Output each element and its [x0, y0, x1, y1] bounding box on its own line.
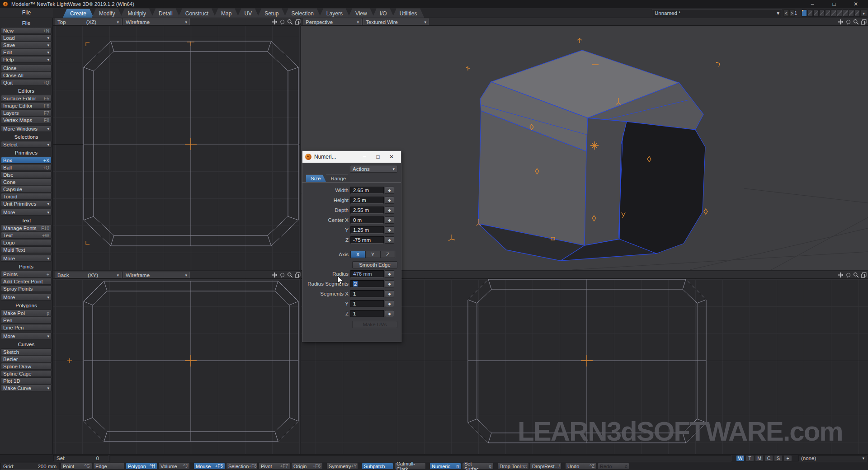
sidebar-item-logo[interactable]: Logo	[1, 239, 52, 246]
pan-icon[interactable]	[271, 272, 278, 278]
sidebar-item-surface-editor[interactable]: Surface EditorF5	[1, 95, 52, 102]
input-y[interactable]: 1.25 m	[350, 226, 384, 234]
vmap-button-t[interactable]: T	[745, 455, 754, 461]
layer-box-8[interactable]	[843, 9, 848, 17]
input-y[interactable]: 1	[350, 300, 384, 307]
mode-button-subpatch[interactable]: Subpatch	[362, 463, 393, 470]
sidebar-item-text[interactable]: Text+W	[1, 232, 52, 239]
expand-icon[interactable]	[860, 272, 867, 278]
menu-tab-setup[interactable]: Setup	[257, 9, 286, 18]
sidebar-item-points[interactable]: Points+	[1, 271, 52, 277]
mode-button-point[interactable]: Point^G	[61, 463, 92, 470]
sidebar-item-manage-fonts[interactable]: Manage FontsF10	[1, 225, 52, 231]
input-z[interactable]: -75 mm	[350, 236, 384, 244]
sidebar-item-more[interactable]: More▾	[1, 255, 52, 262]
sidebar-item-unit-primitives[interactable]: Unit Primitives▾	[1, 200, 52, 207]
sidebar-item-new[interactable]: New+N	[1, 27, 52, 34]
input-width[interactable]: 2.65 m	[350, 187, 384, 194]
layer-box-9[interactable]	[849, 9, 854, 17]
input-depth[interactable]: 2.55 m	[350, 207, 384, 214]
sidebar-item-more[interactable]: More▾	[1, 209, 52, 216]
vmap-button-s[interactable]: S	[774, 455, 783, 461]
sidebar-item-make-pol[interactable]: Make Polp	[1, 310, 52, 316]
axis-button-y[interactable]: Y	[365, 251, 380, 258]
input-radius[interactable]: 476 mm	[350, 270, 384, 277]
mode-button-redo[interactable]: Redoz	[598, 463, 629, 470]
sidebar-item-vertex-maps[interactable]: Vertex MapsF8	[1, 117, 52, 123]
input-height[interactable]: 2.5 m	[350, 197, 384, 204]
expand-icon[interactable]	[294, 19, 301, 25]
sidebar-item-spline-draw[interactable]: Spline Draw	[1, 363, 52, 370]
input-radius-segments[interactable]: 2	[350, 280, 384, 287]
mini-slider[interactable]: ◆	[385, 207, 394, 214]
mode-button-drop-tool[interactable]: Drop Toolret	[497, 463, 529, 470]
sidebar-item-line-pen[interactable]: Line Pen	[1, 324, 52, 331]
layer-box-2[interactable]	[807, 9, 813, 17]
vmap-button-m[interactable]: M	[755, 455, 764, 461]
zoom-icon[interactable]	[287, 19, 293, 25]
menu-tab-modify[interactable]: Modify	[92, 9, 122, 18]
mini-slider[interactable]: ◆	[385, 226, 394, 234]
layer-box-10[interactable]	[854, 9, 860, 17]
rotate-icon[interactable]	[845, 272, 852, 278]
sidebar-item-make-curve[interactable]: Make Curve▾	[1, 385, 52, 391]
sidebar-item-more[interactable]: More▾	[1, 294, 52, 301]
expand-icon[interactable]	[294, 272, 301, 278]
pan-icon[interactable]	[271, 19, 278, 25]
sidebar-item-box[interactable]: Box+X	[1, 157, 52, 164]
mode-button-polygon[interactable]: Polygon^H	[126, 463, 157, 470]
menu-tab-create[interactable]: Create	[63, 9, 94, 18]
sidebar-item-bezier[interactable]: Bezier	[1, 356, 52, 362]
mini-slider[interactable]: ◆	[385, 300, 394, 307]
make-uvs-button[interactable]: Make UVs	[352, 321, 397, 328]
zoom-icon[interactable]	[287, 272, 293, 278]
mini-slider[interactable]: ◆	[385, 187, 394, 194]
numeric-title-bar[interactable]: Numeri... – □ ✕	[302, 151, 401, 163]
mini-slider[interactable]: ◆	[385, 236, 394, 244]
pan-icon[interactable]	[837, 272, 844, 278]
mini-slider[interactable]: ◆	[385, 270, 394, 277]
vmap-button-[interactable]: +	[783, 455, 792, 461]
viewport-top-view-dropdown[interactable]: Top (XZ) ▾	[55, 19, 122, 25]
menu-tab-map[interactable]: Map	[214, 9, 239, 18]
menu-tab-selection[interactable]: Selection	[284, 9, 321, 18]
smooth-edge-button[interactable]: Smooth Edge	[352, 261, 397, 268]
tab-range[interactable]: Range	[326, 174, 351, 182]
sidebar-item-close[interactable]: Close	[1, 65, 52, 71]
menu-tab-utilities[interactable]: Utilities	[392, 9, 425, 18]
sidebar-item-add-center-point[interactable]: Add Center Point	[1, 278, 52, 285]
pan-icon[interactable]	[837, 19, 844, 25]
mini-slider[interactable]: ◆	[385, 197, 394, 204]
sidebar-item-toroid[interactable]: Toroid	[1, 193, 52, 200]
close-icon[interactable]: ✕	[849, 1, 863, 7]
sidebar-item-quit[interactable]: Quit+Q	[1, 79, 52, 86]
viewport-back-canvas[interactable]	[53, 279, 300, 454]
menu-tab-i-o[interactable]: I/O	[373, 9, 394, 18]
sidebar-item-load[interactable]: Load▾	[1, 34, 52, 41]
layer-box-3[interactable]	[813, 9, 819, 17]
mode-button-mouse[interactable]: Mouse+F5	[193, 463, 225, 470]
actions-dropdown[interactable]: Actions ▾	[350, 165, 397, 173]
sidebar-item-capsule[interactable]: Capsule	[1, 186, 52, 193]
mode-button-drop-rest[interactable]: Drop/Rest.../	[530, 463, 561, 470]
layer-box-5[interactable]	[825, 9, 830, 17]
object-name-dropdown[interactable]: Unnamed * ▾	[652, 9, 782, 17]
sidebar-item-cone[interactable]: Cone	[1, 179, 52, 185]
sidebar-item-help[interactable]: Help▾	[1, 56, 52, 63]
maximize-icon[interactable]: □	[827, 1, 841, 7]
mode-button-set-surfac[interactable]: Set Surfac...q	[462, 463, 494, 470]
sidebar-item-multi-text[interactable]: Multi Text	[1, 246, 52, 253]
sidebar-item-more-windows[interactable]: More Windows▾	[1, 125, 52, 132]
menu-tab-uv[interactable]: UV	[237, 9, 259, 18]
mini-slider[interactable]: ◆	[385, 290, 394, 297]
sidebar-item-image-editor[interactable]: Image EditorF6	[1, 102, 52, 109]
sidebar-item-ball[interactable]: Ball+O	[1, 164, 52, 171]
viewport-perspective-mode-dropdown[interactable]: Textured Wire ▾	[363, 19, 429, 25]
close-icon[interactable]: ✕	[385, 154, 398, 160]
layer-box-6[interactable]	[831, 9, 836, 17]
sidebar-item-sketch[interactable]: Sketch	[1, 348, 52, 355]
mode-button-catmull-clark[interactable]: Catmull-Clark	[394, 463, 426, 470]
layer-prev-button[interactable]: <	[783, 9, 789, 17]
minimize-icon[interactable]: –	[358, 154, 371, 160]
zoom-icon[interactable]	[853, 272, 859, 278]
